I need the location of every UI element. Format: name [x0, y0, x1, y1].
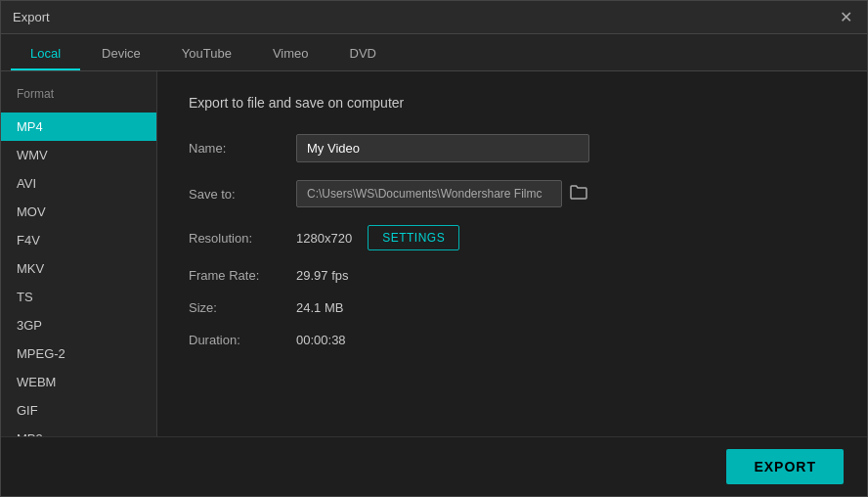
close-button[interactable]: ✕ [836, 8, 855, 27]
sidebar: Format MP4 WMV AVI MOV F4V MKV TS [1, 71, 157, 436]
format-mkv[interactable]: MKV [1, 254, 156, 283]
format-mp4[interactable]: MP4 [1, 113, 156, 141]
format-webm[interactable]: WEBM [1, 368, 156, 396]
format-mp3[interactable]: MP3 [1, 425, 156, 436]
window-title: Export [13, 10, 50, 24]
tab-dvd[interactable]: DVD [330, 38, 396, 70]
resolution-value: 1280x720 [296, 231, 352, 246]
duration-label: Duration: [189, 333, 296, 347]
resolution-value-group: 1280x720 SETTINGS [296, 225, 459, 250]
format-3gp[interactable]: 3GP [1, 311, 156, 339]
size-value: 24.1 MB [296, 300, 343, 315]
frame-rate-value: 29.97 fps [296, 268, 349, 283]
format-f4v[interactable]: F4V [1, 226, 156, 254]
folder-icon [570, 184, 587, 203]
close-icon: ✕ [840, 8, 852, 26]
main-panel: Export to file and save on computer Name… [157, 71, 867, 436]
format-title: Format [1, 87, 156, 113]
title-bar: Export ✕ [1, 1, 867, 34]
format-ts[interactable]: TS [1, 283, 156, 311]
size-label: Size: [189, 300, 296, 315]
export-button[interactable]: EXPORT [726, 449, 844, 484]
tab-device[interactable]: Device [82, 38, 160, 70]
name-row: Name: [189, 134, 836, 162]
tab-bar: Local Device YouTube Vimeo DVD [1, 34, 867, 71]
format-gif[interactable]: GIF [1, 396, 156, 425]
tab-youtube[interactable]: YouTube [162, 38, 251, 70]
format-wmv[interactable]: WMV [1, 141, 156, 169]
frame-rate-label: Frame Rate: [189, 268, 296, 283]
duration-row: Duration: 00:00:38 [189, 333, 836, 347]
content-area: Format MP4 WMV AVI MOV F4V MKV TS [1, 71, 867, 436]
name-label: Name: [189, 141, 296, 156]
save-to-input[interactable] [296, 180, 562, 207]
footer: EXPORT [1, 436, 867, 496]
tab-local[interactable]: Local [11, 38, 80, 70]
save-to-label: Save to: [189, 187, 296, 202]
save-to-row: Save to: [189, 180, 836, 207]
name-input[interactable] [296, 134, 589, 162]
resolution-label: Resolution: [189, 231, 296, 246]
export-window: Export ✕ Local Device YouTube Vimeo DVD … [0, 0, 868, 497]
format-mpeg2[interactable]: MPEG-2 [1, 339, 156, 368]
resolution-row: Resolution: 1280x720 SETTINGS [189, 225, 836, 250]
size-row: Size: 24.1 MB [189, 300, 836, 315]
settings-button[interactable]: SETTINGS [368, 225, 459, 250]
save-to-field-group [296, 180, 587, 207]
format-avi[interactable]: AVI [1, 169, 156, 198]
tab-vimeo[interactable]: Vimeo [253, 38, 328, 70]
duration-value: 00:00:38 [296, 333, 346, 347]
panel-title: Export to file and save on computer [189, 95, 836, 111]
frame-rate-row: Frame Rate: 29.97 fps [189, 268, 836, 283]
browse-folder-button[interactable] [570, 184, 587, 203]
format-mov[interactable]: MOV [1, 198, 156, 226]
